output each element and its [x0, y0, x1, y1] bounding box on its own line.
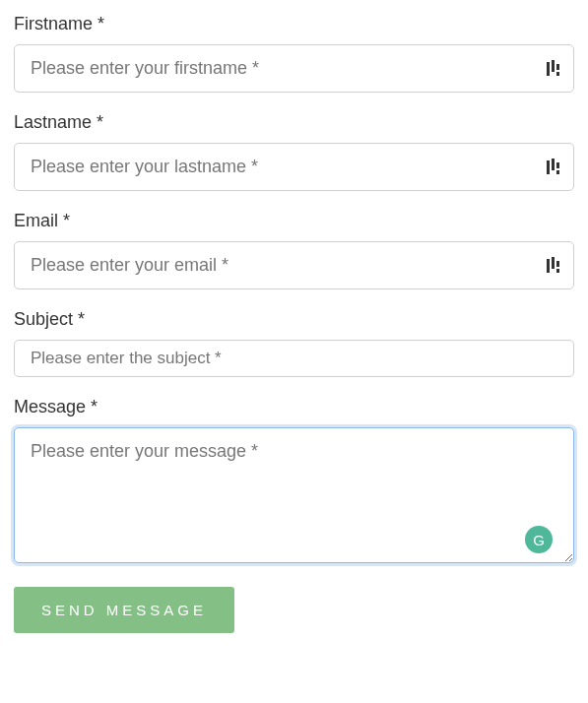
lastname-input[interactable]	[14, 143, 574, 191]
email-input[interactable]	[14, 241, 574, 289]
message-textarea-wrapper: G	[14, 427, 574, 567]
grammarly-letter: G	[533, 532, 545, 548]
firstname-input[interactable]	[14, 44, 574, 93]
firstname-group: Firstname *	[14, 14, 574, 93]
message-textarea[interactable]	[14, 427, 574, 563]
subject-input[interactable]	[14, 340, 574, 377]
email-label: Email *	[14, 211, 574, 231]
message-label: Message *	[14, 397, 574, 417]
message-group: Message * G	[14, 397, 574, 567]
email-input-wrapper	[14, 241, 574, 289]
email-group: Email *	[14, 211, 574, 289]
lastname-input-wrapper	[14, 143, 574, 191]
lastname-label: Lastname *	[14, 112, 574, 133]
firstname-label: Firstname *	[14, 14, 574, 34]
subject-label: Subject *	[14, 309, 574, 330]
firstname-input-wrapper	[14, 44, 574, 93]
contact-form: Firstname * Lastname *	[14, 14, 574, 633]
subject-group: Subject *	[14, 309, 574, 377]
grammarly-icon[interactable]: G	[525, 526, 553, 553]
send-message-button[interactable]: SEND MESSAGE	[14, 587, 234, 633]
lastname-group: Lastname *	[14, 112, 574, 191]
